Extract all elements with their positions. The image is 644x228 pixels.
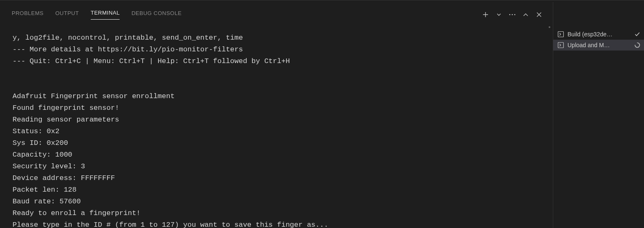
- close-panel-icon[interactable]: [535, 11, 543, 18]
- terminal-output[interactable]: y, log2file, nocontrol, printable, send_…: [0, 22, 553, 228]
- maximize-panel-icon[interactable]: [522, 11, 529, 18]
- terminal-line: Security level: 3: [13, 162, 85, 170]
- terminal-line: --- Quit: Ctrl+C | Menu: Ctrl+T | Help: …: [13, 57, 290, 65]
- svg-point-1: [512, 14, 513, 15]
- terminal-line: --- More details at https://bit.ly/pio-m…: [13, 46, 243, 53]
- terminal-line: Device address: FFFFFFFF: [13, 174, 115, 182]
- terminal-line: Sys ID: 0x200: [13, 139, 68, 147]
- task-run-icon: [557, 31, 564, 38]
- task-label: Build (esp32de…: [567, 31, 631, 38]
- svg-point-2: [514, 14, 516, 15]
- tab-output[interactable]: OUTPUT: [55, 10, 79, 20]
- panel-tabs: PROBLEMS OUTPUT TERMINAL DEBUG CONSOLE: [0, 2, 553, 22]
- terminal-line: y, log2file, nocontrol, printable, send_…: [13, 34, 243, 42]
- tab-problems[interactable]: PROBLEMS: [12, 10, 43, 20]
- spinner-icon: [634, 42, 641, 48]
- terminal-line: Found fingerprint sensor!: [13, 104, 119, 112]
- task-run-icon: [557, 42, 564, 48]
- task-item-upload-monitor[interactable]: Upload and M…: [553, 40, 644, 51]
- new-terminal-button[interactable]: [482, 11, 489, 18]
- svg-point-0: [509, 14, 511, 15]
- panel-main: PROBLEMS OUTPUT TERMINAL DEBUG CONSOLE: [0, 2, 553, 228]
- terminal-line: Adafruit Fingerprint sensor enrollment: [13, 92, 175, 100]
- check-icon: [634, 31, 641, 38]
- terminal-line: Reading sensor parameters: [13, 116, 119, 124]
- terminal-line: Packet len: 128: [13, 186, 77, 194]
- task-item-build[interactable]: Build (esp32de…: [553, 29, 644, 40]
- task-label: Upload and M…: [567, 42, 631, 48]
- terminal-line: Status: 0x2: [13, 127, 59, 135]
- tab-debug-console[interactable]: DEBUG CONSOLE: [131, 10, 181, 20]
- more-actions-icon[interactable]: [509, 11, 516, 18]
- terminal-line: Ready to enroll a fingerprint!: [13, 209, 141, 217]
- scrollbar-indicator: [549, 26, 550, 28]
- panel-actions: [482, 11, 544, 18]
- terminal-task-list: Build (esp32de… Upload and M…: [553, 2, 644, 228]
- terminal-line: Please type in the ID # (from 1 to 127) …: [13, 221, 328, 228]
- tab-terminal[interactable]: TERMINAL: [91, 10, 120, 20]
- bottom-panel: PROBLEMS OUTPUT TERMINAL DEBUG CONSOLE: [0, 2, 644, 228]
- terminal-line: Baud rate: 57600: [13, 198, 81, 205]
- terminal-line: Capacity: 1000: [13, 151, 72, 159]
- terminal-dropdown-icon[interactable]: [495, 11, 503, 18]
